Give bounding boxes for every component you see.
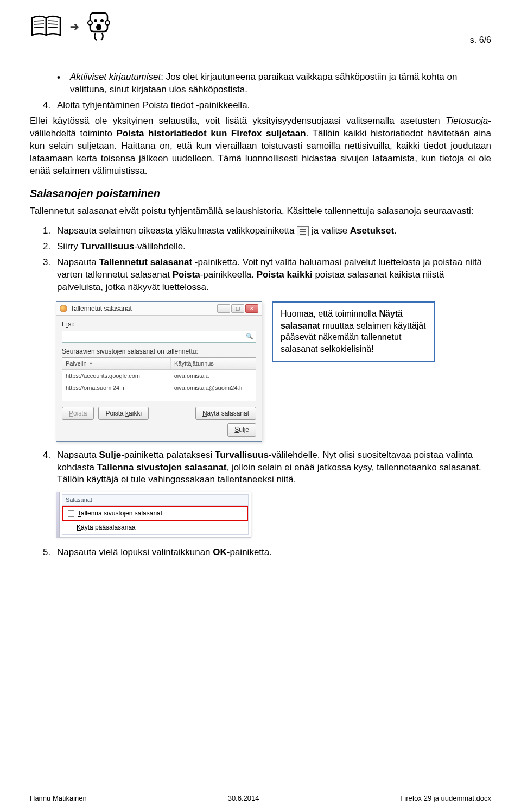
search-icon: 🔍	[246, 332, 253, 341]
page-number: s. 6/6	[470, 35, 491, 45]
bullet-lead: Aktiiviset kirjautumiset	[70, 72, 161, 82]
footer-filename: Firefox 29 ja uudemmat.docx	[400, 794, 491, 802]
dialog-body: Etsi: 🔍 Seuraavien sivustojen salasanat …	[56, 316, 262, 440]
hamburger-menu-icon	[297, 226, 309, 236]
group-title: Salasanat	[62, 495, 248, 506]
svg-line-5	[48, 27, 58, 28]
footer-date: 30.6.2014	[228, 794, 259, 802]
svg-point-9	[96, 24, 101, 30]
dialog-and-callout-row: Tallennetut salasanat — ▢ ✕ Etsi: 🔍	[56, 301, 491, 441]
svg-point-8	[100, 19, 104, 22]
step-4-start-clear: 4. Aloita tyhjentäminen Poista tiedot -p…	[43, 99, 491, 112]
close-window-button[interactable]: ✕	[245, 304, 258, 313]
footer-author: Hannu Matikainen	[30, 794, 87, 802]
search-input[interactable]	[62, 331, 256, 343]
pw-step-5: 5. Napsauta vielä lopuksi valintaikkunan…	[43, 546, 491, 559]
password-list[interactable]: Palvelin ▲ Käyttäjätunnus https://accoun…	[62, 357, 256, 402]
svg-line-1	[34, 24, 44, 24]
remove-all-button[interactable]: Poista kaikki	[98, 407, 149, 420]
remove-button[interactable]: Poista	[62, 407, 94, 420]
svg-line-3	[48, 21, 58, 21]
step-number: 4.	[43, 99, 50, 112]
header-rule	[30, 60, 491, 60]
firefox-icon	[60, 305, 67, 312]
pw-step-3: 3. Napsauta Tallennetut salasanat -paini…	[43, 256, 491, 294]
reader-face-icon	[86, 11, 112, 42]
checkbox-label: Käytä pääsalasanaa	[77, 523, 136, 532]
save-passwords-checkbox-row[interactable]: Tallenna sivustojen salasanat	[62, 506, 248, 521]
passwords-groupbox: Salasanat Tallenna sivustojen salasanat …	[62, 494, 249, 534]
svg-point-7	[94, 19, 97, 22]
show-passwords-button[interactable]: Näytä salasanat	[195, 407, 256, 420]
header-icons: ➔	[30, 11, 491, 42]
saved-passwords-dialog: Tallennetut salasanat — ▢ ✕ Etsi: 🔍	[56, 301, 262, 441]
footer-rule	[30, 792, 491, 792]
sort-asc-icon: ▲	[89, 361, 93, 367]
bullet-active-logins: Aktiiviset kirjautumiset: Jos olet kirja…	[57, 71, 491, 96]
para-password-intro: Tallennetut salasanat eivät poistu tyhje…	[30, 205, 491, 218]
window-buttons: — ▢ ✕	[217, 304, 258, 313]
dialog-title-text: Tallennetut salasanat	[71, 304, 132, 313]
list-row[interactable]: https://accounts.google.com oiva.omistaj…	[62, 370, 256, 382]
pw-step-1: 1. Napsauta selaimen oikeasta yläkulmast…	[43, 225, 491, 237]
dialog-titlebar: Tallennetut salasanat — ▢ ✕	[56, 302, 262, 316]
callout-show-passwords: Huomaa, että toiminnolla Näytä salasanat…	[272, 301, 435, 361]
svg-line-4	[48, 24, 58, 24]
page-footer: Hannu Matikainen 30.6.2014 Firefox 29 ja…	[30, 792, 491, 802]
scrollbar[interactable]	[56, 492, 60, 537]
step-text: Aloita tyhjentäminen Poista tiedot -pain…	[57, 100, 250, 110]
list-row[interactable]: https://oma.suomi24.fi oiva.omistaja@suo…	[62, 382, 256, 394]
checkbox-label: Tallenna sivustojen salasanat	[78, 509, 162, 518]
heading-password-removal: Salasanojen poistaminen	[30, 186, 491, 201]
list-caption: Seuraavien sivustojen salasanat on talle…	[62, 347, 256, 356]
para-private-browsing: Ellei käytössä ole yksityinen selaustila…	[30, 115, 491, 178]
use-master-password-checkbox-row[interactable]: Käytä pääsalasanaa	[62, 521, 248, 534]
security-settings-panel: Salasanat Tallenna sivustojen salasanat …	[56, 492, 251, 537]
minimize-button[interactable]: —	[217, 304, 230, 313]
svg-point-11	[105, 21, 110, 25]
checkbox-icon[interactable]	[67, 525, 73, 531]
list-header: Palvelin ▲ Käyttäjätunnus	[62, 358, 256, 370]
search-label: Etsi:	[62, 320, 256, 329]
svg-line-2	[34, 27, 44, 28]
close-button[interactable]: Sulje	[227, 423, 256, 436]
book-icon	[30, 14, 63, 40]
svg-line-0	[34, 21, 44, 21]
arrow-right-icon: ➔	[70, 20, 79, 33]
pw-step-2: 2. Siirry Turvallisuus-välilehdelle.	[43, 241, 491, 253]
svg-point-10	[88, 21, 92, 25]
maximize-button[interactable]: ▢	[231, 304, 244, 313]
content: Aktiiviset kirjautumiset: Jos olet kirja…	[30, 71, 491, 559]
checkbox-icon[interactable]	[68, 510, 74, 517]
page-header: ➔ s. 6/6	[30, 11, 491, 60]
pw-step-4: 4. Napsauta Sulje-painiketta palataksesi…	[43, 449, 491, 487]
